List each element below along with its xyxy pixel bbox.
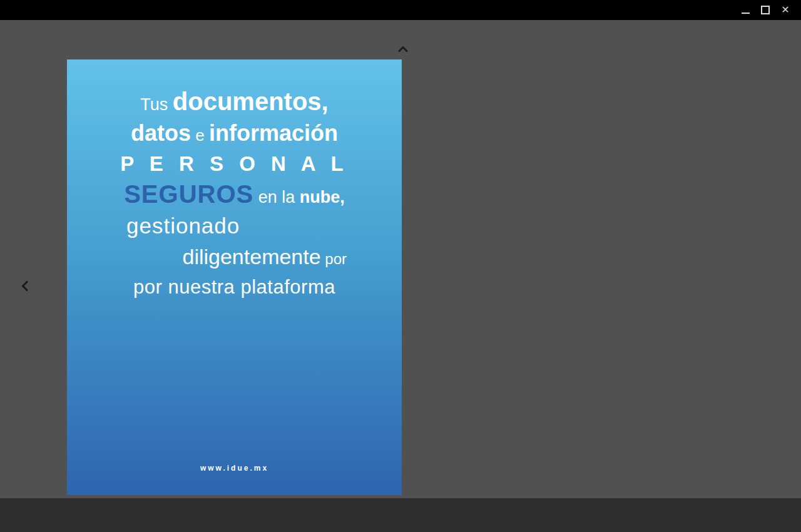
minimize-button[interactable] <box>735 0 755 20</box>
slide-text-segment: documentos, <box>173 88 329 115</box>
slide-text-line: SEGUROS en la nube, <box>67 181 402 213</box>
minimize-icon <box>742 13 750 14</box>
window-titlebar: ✕ <box>0 0 801 20</box>
slide-text-line: diligentemente por <box>67 243 402 274</box>
slide-image: Tus documentos, datos e información P E … <box>67 59 402 495</box>
slide-text-segment: gestionado <box>126 213 240 238</box>
slide-text-line: P E R S O N A L <box>67 151 402 181</box>
slide-text-segment: Tus <box>140 95 173 114</box>
chevron-left-icon <box>21 280 29 292</box>
close-icon: ✕ <box>781 5 789 15</box>
slide-text-line: Tus documentos, <box>67 88 402 120</box>
slide-text-segment: datos <box>131 120 191 146</box>
maximize-icon <box>761 6 770 14</box>
previous-slide-button[interactable] <box>16 275 34 297</box>
slide-text-segment: por nuestra plataforma <box>133 276 335 298</box>
slide-text-segment: diligentemente <box>182 245 320 269</box>
viewer-canvas: Tus documentos, datos e información P E … <box>0 20 801 498</box>
slide-text-block: Tus documentos, datos e información P E … <box>67 59 402 304</box>
bottom-bar <box>0 498 801 532</box>
slide-text-line: gestionado <box>67 213 402 243</box>
slide-text-segment: información <box>209 120 338 146</box>
maximize-button[interactable] <box>755 0 775 20</box>
chevron-up-icon <box>397 46 409 53</box>
slide-text-segment: SEGUROS <box>124 180 253 208</box>
slide-text-segment: en la <box>253 188 300 207</box>
slide-text-segment: por <box>321 250 347 267</box>
slide-text-line: datos e información <box>67 120 402 151</box>
slide-text-line: por nuestra plataforma <box>67 274 402 304</box>
slide-text-segment: nube, <box>300 188 345 207</box>
collapse-up-button[interactable] <box>394 43 412 56</box>
slide-text-segment: e <box>191 126 209 145</box>
slide-text-segment: P E R S O N A L <box>120 152 349 175</box>
close-button[interactable]: ✕ <box>775 0 795 20</box>
slide-url-text: www.idue.mx <box>67 464 402 473</box>
